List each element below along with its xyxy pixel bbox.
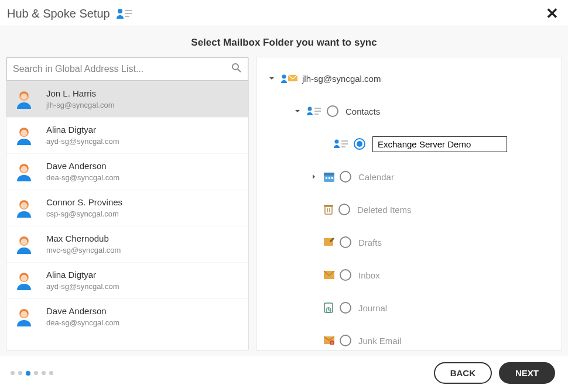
contact-item[interactable]: Alina Digtyar ayd-sg@syncgal.com — [6, 118, 248, 154]
svg-rect-40 — [329, 177, 330, 179]
contact-item[interactable]: Dave Anderson dea-sg@syncgal.com — [6, 154, 248, 190]
journal-icon — [323, 302, 335, 314]
contact-info: Max Chernodub mvc-sg@syncgal.com — [46, 233, 121, 255]
tree-root-label: jlh-sg@syncgal.com — [302, 74, 381, 84]
tree-inbox-label: Inbox — [358, 270, 380, 280]
tree-selected-row[interactable] — [264, 133, 555, 154]
search-icon[interactable] — [231, 63, 242, 75]
contact-name: Alina Digtyar — [46, 269, 119, 281]
contact-item[interactable]: Max Chernodub mvc-sg@syncgal.com — [6, 226, 248, 263]
contact-email: jlh-sg@syncgal.com — [46, 101, 115, 111]
svg-point-26 — [21, 311, 28, 317]
folder-name-input[interactable] — [372, 136, 507, 152]
radio-contacts[interactable] — [327, 105, 338, 117]
tree-drafts-label: Drafts — [358, 238, 382, 247]
svg-rect-34 — [341, 140, 348, 142]
radio-calendar[interactable] — [340, 171, 351, 183]
avatar — [13, 307, 35, 328]
svg-point-33 — [335, 140, 339, 144]
footer: BACK NEXT — [0, 356, 568, 392]
contact-info: Dave Anderson dea-sg@syncgal.com — [46, 160, 119, 183]
tree-junk-label: Junk Email — [358, 336, 401, 346]
contact-name: Alina Digtyar — [46, 124, 119, 136]
mailbox-icon — [281, 73, 297, 84]
tree-junk-row[interactable]: ! Junk Email — [264, 330, 555, 350]
contact-email: mvc-sg@syncgal.com — [46, 246, 121, 256]
svg-point-27 — [282, 75, 286, 79]
content-area: Select Mailbox Folder you want to sync J… — [0, 26, 568, 356]
tree-calendar-row[interactable]: Calendar — [264, 166, 555, 187]
page-title: Hub & Spoke Setup — [7, 7, 110, 20]
contact-name: Connor S. Provines — [46, 197, 122, 208]
svg-rect-32 — [314, 114, 319, 115]
svg-point-14 — [21, 166, 28, 172]
contact-item[interactable]: Connor S. Provines csp-sg@syncgal.com — [6, 190, 248, 226]
svg-rect-36 — [341, 146, 345, 147]
tree-drafts-row[interactable]: Drafts — [264, 232, 555, 253]
contact-item[interactable]: Dave Anderson dea-sg@syncgal.com — [6, 299, 248, 335]
tree-root-row[interactable]: jlh-sg@syncgal.com — [264, 68, 555, 89]
contact-item[interactable]: Alina Digtyar ayd-sg@syncgal.com — [6, 263, 248, 299]
svg-text:!: ! — [331, 342, 333, 345]
contact-info: Dave Anderson dea-sg@syncgal.com — [46, 305, 119, 328]
svg-point-23 — [21, 274, 28, 281]
radio-journal[interactable] — [340, 302, 351, 314]
svg-point-29 — [308, 107, 312, 111]
caret-down-icon[interactable] — [294, 108, 301, 115]
tree-deleted-label: Deleted Items — [357, 205, 412, 215]
svg-rect-39 — [326, 177, 327, 179]
close-button[interactable]: ✕ — [546, 6, 559, 21]
contact-email: ayd-sg@syncgal.com — [46, 282, 119, 292]
calendar-icon — [323, 171, 335, 183]
avatar — [13, 161, 35, 183]
contact-name: Jon L. Harris — [46, 88, 115, 99]
contact-email: dea-sg@syncgal.com — [46, 318, 119, 328]
back-button[interactable]: BACK — [434, 362, 492, 384]
contact-item[interactable]: Jon L. Harris jlh-sg@syncgal.com — [6, 81, 248, 118]
tree-journal-label: Journal — [358, 303, 387, 313]
contact-info: Alina Digtyar ayd-sg@syncgal.com — [46, 124, 119, 146]
search-wrap — [6, 57, 248, 81]
svg-rect-43 — [324, 205, 333, 207]
contact-name: Dave Anderson — [46, 160, 119, 172]
svg-point-17 — [21, 202, 28, 208]
step-dot — [11, 371, 15, 375]
avatar — [13, 270, 35, 291]
svg-point-0 — [118, 9, 122, 13]
svg-point-4 — [232, 64, 238, 70]
radio-deleted-items[interactable] — [338, 204, 350, 215]
tree-contacts-label: Contacts — [345, 106, 380, 116]
avatar — [13, 234, 35, 255]
panels: Jon L. Harris jlh-sg@syncgal.com Alina D… — [0, 57, 568, 356]
junk-icon: ! — [323, 335, 335, 346]
svg-point-11 — [21, 129, 28, 136]
svg-point-20 — [21, 238, 28, 245]
radio-drafts[interactable] — [340, 236, 351, 248]
svg-point-8 — [21, 93, 28, 99]
radio-inbox[interactable] — [340, 269, 351, 281]
step-indicator — [11, 371, 53, 376]
contact-list: Jon L. Harris jlh-sg@syncgal.com Alina D… — [6, 81, 248, 350]
caret-down-icon[interactable] — [268, 75, 275, 82]
tree-contacts-row[interactable]: Contacts — [264, 101, 555, 122]
step-dot — [34, 371, 38, 375]
svg-rect-41 — [331, 177, 333, 179]
step-dot — [18, 371, 22, 375]
tree-deleted-row[interactable]: Deleted Items — [264, 199, 555, 220]
next-button[interactable]: NEXT — [499, 362, 555, 384]
radio-junk[interactable] — [340, 335, 351, 346]
radio-selected-folder[interactable] — [354, 138, 365, 150]
contact-info: Connor S. Provines csp-sg@syncgal.com — [46, 197, 122, 219]
avatar — [13, 89, 35, 110]
avatar — [13, 125, 35, 146]
svg-rect-35 — [341, 143, 348, 145]
contact-email: dea-sg@syncgal.com — [46, 173, 119, 183]
search-input[interactable] — [13, 64, 231, 74]
folder-tree: jlh-sg@syncgal.com — [256, 57, 562, 350]
caret-right-icon[interactable] — [310, 173, 317, 180]
contact-name: Max Chernodub — [46, 233, 121, 245]
svg-line-5 — [238, 69, 241, 72]
avatar — [13, 198, 35, 219]
tree-journal-row[interactable]: Journal — [264, 297, 555, 318]
tree-inbox-row[interactable]: Inbox — [264, 264, 555, 286]
